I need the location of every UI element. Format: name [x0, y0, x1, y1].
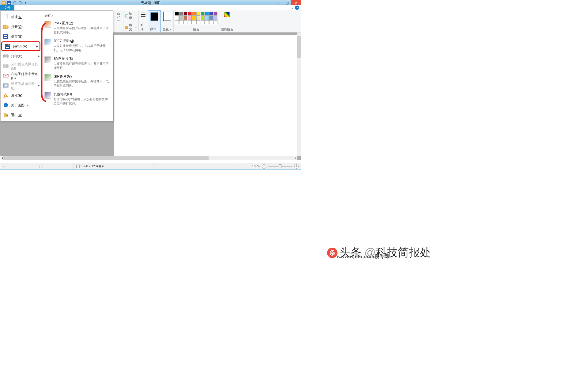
color-swatch[interactable] — [179, 12, 183, 16]
ribbon-edit-color-section[interactable]: 编辑颜色 — [219, 10, 235, 32]
color-swatch[interactable] — [179, 16, 183, 20]
file-menu-item[interactable]: 退出(X) — [1, 110, 41, 120]
saveas-format-item[interactable]: BMP 图片(B)以高质量保存所有类型图片，并将其用于计算机。 — [44, 55, 111, 73]
toutiao-icon: 条 — [327, 248, 337, 258]
color-swatch[interactable] — [213, 16, 217, 20]
color-swatch[interactable] — [213, 12, 217, 16]
menu-item-icon — [3, 14, 9, 20]
saveas-format-item[interactable]: PNG 图片(P)以高质量保存照片或绘图，并将其用于计算机或网络。 — [44, 20, 111, 37]
qat-dropdown-icon[interactable]: ▼ — [24, 1, 28, 5]
thickness-icon[interactable] — [141, 12, 146, 17]
file-menu-item[interactable]: 打开(O) — [1, 22, 41, 32]
file-menu-item[interactable]: 属性(E) — [1, 90, 41, 100]
fill-button[interactable]: 填充▾ — [125, 23, 137, 32]
color-swatch[interactable] — [188, 12, 192, 16]
ribbon-color2-section[interactable]: 颜色 2 — [161, 10, 173, 32]
outline-button[interactable]: 轮廓▾ — [125, 12, 137, 20]
saveas-format-item[interactable]: 其他格式(O)打开"另存为"对话框，从所有可能的文件类型中进行选择。 — [44, 91, 111, 108]
color-swatch[interactable] — [201, 12, 205, 16]
file-menu-item[interactable]: 打印(P)▶ — [1, 51, 41, 61]
window-controls: — ▢ ✕ — [274, 0, 301, 5]
color2-label: 颜色 2 — [163, 27, 171, 32]
redo-icon[interactable] — [18, 1, 22, 5]
canvas[interactable] — [114, 35, 297, 156]
maximize-button[interactable]: ▢ — [283, 0, 291, 5]
color-swatch[interactable] — [192, 20, 196, 24]
color-swatch[interactable] — [201, 16, 205, 20]
scrollbar-thumb[interactable] — [3, 156, 209, 160]
save-icon[interactable] — [7, 1, 11, 5]
zoom-slider[interactable] — [268, 166, 292, 167]
edit-color-icon — [224, 12, 230, 17]
file-menu-item[interactable]: 保存(S) — [1, 32, 41, 41]
color-swatch[interactable] — [175, 16, 179, 20]
format-heading: 其他格式(O) — [54, 92, 110, 97]
color-swatch[interactable] — [196, 16, 200, 20]
close-button[interactable]: ✕ — [291, 0, 301, 5]
horizontal-scrollbar[interactable]: ◂ ▸ — [0, 156, 297, 160]
color-swatch[interactable] — [196, 12, 200, 16]
color-swatch[interactable] — [179, 20, 183, 24]
status-filesize — [153, 163, 233, 169]
ribbon-collapse-icon[interactable]: ⌄ — [291, 6, 294, 9]
help-icon[interactable]: ? — [295, 6, 299, 10]
color-swatch[interactable] — [213, 20, 217, 24]
saveas-format-item[interactable]: GIF 图片(G)以较低质量保存简单绘图，并将其用于电子邮件或网络。 — [44, 73, 111, 91]
menu-item-label: 属性(E) — [11, 93, 22, 98]
file-menu-item[interactable]: i关于画图(I) — [1, 100, 41, 110]
color-swatch[interactable] — [188, 20, 192, 24]
zoom-in-button[interactable]: + — [294, 164, 299, 169]
color1-swatch — [150, 12, 158, 21]
ribbon-shapes-section — [114, 10, 123, 32]
zoom-thumb[interactable] — [279, 164, 281, 168]
file-menu-item[interactable]: 新建(N) — [1, 12, 41, 22]
color-swatch[interactable] — [183, 20, 187, 24]
color-swatch[interactable] — [192, 12, 196, 16]
format-icon — [44, 21, 51, 28]
vertical-scrollbar[interactable] — [297, 32, 301, 156]
color-swatch[interactable] — [175, 20, 179, 24]
file-menu-right: 另存为 PNG 图片(P)以高质量保存照片或绘图，并将其用于计算机或网络。JPE… — [41, 11, 113, 121]
color-swatch[interactable] — [209, 12, 213, 16]
scroll-right-icon[interactable]: ▸ — [294, 156, 297, 159]
scrollbar-thumb[interactable] — [297, 36, 301, 58]
format-description: 以较低质量保存简单绘图，并将其用于电子邮件或网络。 — [54, 79, 110, 88]
dimensions-icon — [76, 165, 80, 168]
svg-rect-12 — [4, 37, 7, 38]
menu-item-label: 退出(X) — [11, 113, 22, 117]
shape-polygon-icon[interactable] — [116, 12, 121, 15]
format-heading: JPEG 图片(J) — [54, 39, 110, 43]
app-icon[interactable] — [2, 1, 6, 5]
color-swatch[interactable] — [205, 16, 209, 20]
menu-item-label: 从扫描仪或照相机(M) — [11, 62, 39, 70]
shape-curve-icon[interactable] — [116, 19, 121, 22]
color-swatch[interactable] — [183, 16, 187, 20]
ribbon-palette-section: 颜色 — [174, 10, 219, 32]
ribbon-thickness-section: 粗细 — [139, 10, 148, 32]
thickness-label: 粗细 — [141, 23, 146, 32]
color-swatch[interactable] — [205, 12, 209, 16]
menu-item-label: 关于画图(I) — [11, 103, 28, 108]
color-swatch[interactable] — [188, 16, 192, 20]
format-icon — [44, 39, 51, 45]
svg-rect-17 — [4, 54, 7, 55]
minimize-button[interactable]: — — [274, 0, 283, 5]
menu-item-label: 在电子邮件中发送(D) — [11, 72, 39, 80]
shape-line-icon[interactable] — [116, 15, 121, 18]
color-swatch[interactable] — [205, 20, 209, 24]
color-swatch[interactable] — [201, 20, 205, 24]
ribbon-color1-section[interactable]: 颜色 1 — [148, 10, 161, 32]
svg-marker-4 — [117, 12, 120, 14]
file-tab[interactable]: 文件 — [0, 5, 14, 10]
color-swatch[interactable] — [192, 16, 196, 20]
file-menu-item[interactable]: 另存为(A)▶ — [1, 41, 40, 51]
saveas-format-item[interactable]: JPEG 图片(J)以良好质量保存照片，并将其用于计算机、电子邮件或网络。 — [44, 37, 111, 55]
undo-icon[interactable] — [13, 1, 17, 5]
color-swatch[interactable] — [175, 12, 179, 16]
color-swatch[interactable] — [183, 12, 187, 16]
color-swatch[interactable] — [209, 20, 213, 24]
color-swatch[interactable] — [196, 20, 200, 24]
file-menu-item[interactable]: 在电子邮件中发送(D) — [1, 71, 41, 81]
zoom-out-button[interactable]: − — [262, 164, 266, 169]
color-swatch[interactable] — [209, 16, 213, 20]
